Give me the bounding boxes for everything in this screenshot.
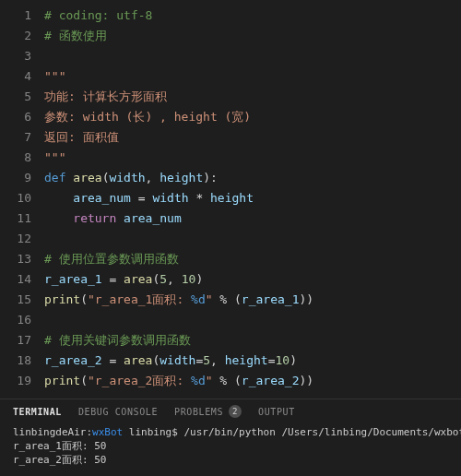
token-func: area bbox=[124, 353, 152, 367]
token-fmt: %d bbox=[191, 292, 206, 306]
token-string: """ bbox=[44, 69, 65, 83]
token-op: * bbox=[189, 191, 210, 205]
token-string: 参数: width (长) , height (宽) bbox=[44, 110, 251, 124]
tab-problems[interactable]: PROBLEMS 2 bbox=[174, 405, 242, 418]
token-punc: , bbox=[210, 353, 225, 367]
token-string: 返回: 面积值 bbox=[44, 130, 119, 144]
line-number: 3 bbox=[0, 46, 31, 66]
code-line[interactable]: r_area_2 = area(width=5, height=10) bbox=[44, 351, 461, 371]
terminal-output[interactable]: linbingdeAir:wxBot linbing$ /usr/bin/pyt… bbox=[0, 423, 461, 474]
line-number: 15 bbox=[0, 290, 31, 310]
token-var: width bbox=[152, 191, 188, 205]
line-number: 4 bbox=[0, 66, 31, 87]
line-number: 18 bbox=[0, 351, 31, 371]
terminal-line: r_area_2面积: 50 bbox=[13, 454, 106, 466]
code-line[interactable]: """ bbox=[44, 148, 461, 168]
token-punc: ( bbox=[234, 292, 242, 306]
token-punc: , bbox=[146, 171, 160, 184]
token-num: 10 bbox=[276, 353, 290, 367]
token-string: """ bbox=[44, 150, 65, 164]
bottom-panel: TERMINAL DEBUG CONSOLE PROBLEMS 2 OUTPUT… bbox=[0, 399, 461, 474]
token-num: 5 bbox=[203, 353, 210, 367]
token-num: 10 bbox=[182, 272, 196, 286]
token-keyword: def bbox=[44, 171, 73, 184]
code-line[interactable]: return area_num bbox=[44, 208, 461, 229]
line-number: 7 bbox=[0, 127, 31, 148]
token-string: " bbox=[206, 292, 213, 306]
token-string: 功能: 计算长方形面积 bbox=[44, 89, 167, 103]
token-plain bbox=[44, 191, 73, 205]
line-number: 17 bbox=[0, 330, 31, 351]
token-func: print bbox=[44, 292, 80, 306]
token-func: area bbox=[73, 171, 101, 184]
token-string: " bbox=[206, 374, 213, 387]
token-op: = bbox=[131, 191, 152, 205]
token-var: r_area_2 bbox=[44, 353, 102, 367]
code-line[interactable]: 功能: 计算长方形面积 bbox=[44, 87, 461, 107]
token-var: area_num bbox=[73, 191, 131, 205]
token-string: "r_area_2面积: bbox=[88, 374, 191, 387]
token-param: height bbox=[225, 353, 268, 367]
token-punc: ) bbox=[290, 353, 297, 367]
code-line[interactable]: print("r_area_1面积: %d" % (r_area_1)) bbox=[44, 290, 461, 310]
token-func: area bbox=[124, 272, 152, 286]
code-line[interactable]: def area(width, height): bbox=[44, 168, 461, 188]
code-line[interactable]: r_area_1 = area(5, 10) bbox=[44, 269, 461, 290]
tab-terminal[interactable]: TERMINAL bbox=[13, 407, 62, 417]
code-line[interactable] bbox=[44, 46, 461, 66]
token-op: = bbox=[268, 353, 276, 367]
line-number: 2 bbox=[0, 26, 31, 46]
token-op: % bbox=[213, 374, 234, 387]
token-num: 5 bbox=[160, 272, 167, 286]
token-punc: , bbox=[167, 272, 182, 286]
token-punc: ): bbox=[203, 171, 218, 184]
code-line[interactable]: 参数: width (长) , height (宽) bbox=[44, 107, 461, 127]
token-punc: ( bbox=[234, 374, 242, 387]
tab-debug-console[interactable]: DEBUG CONSOLE bbox=[78, 407, 158, 417]
token-func: print bbox=[44, 374, 80, 387]
token-op: = bbox=[102, 272, 124, 286]
line-number: 9 bbox=[0, 168, 31, 188]
tab-problems-label: PROBLEMS bbox=[174, 407, 223, 417]
code-line[interactable]: # 使用位置参数调用函数 bbox=[44, 249, 461, 269]
line-number: 13 bbox=[0, 249, 31, 269]
code-line[interactable]: print("r_area_2面积: %d" % (r_area_2)) bbox=[44, 371, 461, 391]
code-line[interactable]: 返回: 面积值 bbox=[44, 127, 461, 148]
token-op: = bbox=[102, 353, 124, 367]
token-var: r_area_1 bbox=[242, 292, 300, 306]
token-op: % bbox=[213, 292, 234, 306]
code-line[interactable] bbox=[44, 310, 461, 330]
line-number: 14 bbox=[0, 269, 31, 290]
token-plain bbox=[44, 211, 73, 225]
problems-count-badge: 2 bbox=[229, 405, 242, 418]
token-fmt: %d bbox=[191, 374, 206, 387]
token-punc: ( bbox=[80, 374, 88, 387]
code-line[interactable]: # 函数使用 bbox=[44, 26, 461, 46]
code-line[interactable]: # coding: utf-8 bbox=[44, 6, 461, 26]
token-plain bbox=[116, 211, 124, 225]
line-number: 8 bbox=[0, 148, 31, 168]
token-punc: ( bbox=[80, 292, 88, 306]
code-line[interactable]: area_num = width * height bbox=[44, 188, 461, 208]
line-number: 5 bbox=[0, 87, 31, 107]
line-number-gutter: 12345678910111213141516171819 bbox=[0, 0, 44, 399]
code-line[interactable]: # 使用关键词参数调用函数 bbox=[44, 330, 461, 351]
token-punc: ) bbox=[195, 272, 203, 286]
code-line[interactable] bbox=[44, 229, 461, 249]
tab-output[interactable]: OUTPUT bbox=[258, 407, 295, 417]
token-var: r_area_1 bbox=[44, 272, 102, 286]
line-number: 12 bbox=[0, 229, 31, 249]
code-area[interactable]: # coding: utf-8# 函数使用"""功能: 计算长方形面积参数: w… bbox=[44, 0, 461, 399]
token-punc: )) bbox=[299, 292, 313, 306]
line-number: 1 bbox=[0, 6, 31, 26]
token-string: "r_area_1面积: bbox=[88, 292, 191, 306]
terminal-prompt-dir: wxBot bbox=[92, 426, 123, 438]
code-line[interactable]: """ bbox=[44, 66, 461, 87]
code-editor[interactable]: 12345678910111213141516171819 # coding: … bbox=[0, 0, 461, 399]
panel-tabs: TERMINAL DEBUG CONSOLE PROBLEMS 2 OUTPUT bbox=[0, 399, 461, 423]
terminal-prompt-user: linbing$ bbox=[123, 426, 183, 438]
terminal-command: /usr/bin/python /Users/linbing/Documents… bbox=[183, 426, 461, 438]
token-var: r_area_2 bbox=[242, 374, 300, 387]
line-number: 16 bbox=[0, 310, 31, 330]
line-number: 10 bbox=[0, 188, 31, 208]
